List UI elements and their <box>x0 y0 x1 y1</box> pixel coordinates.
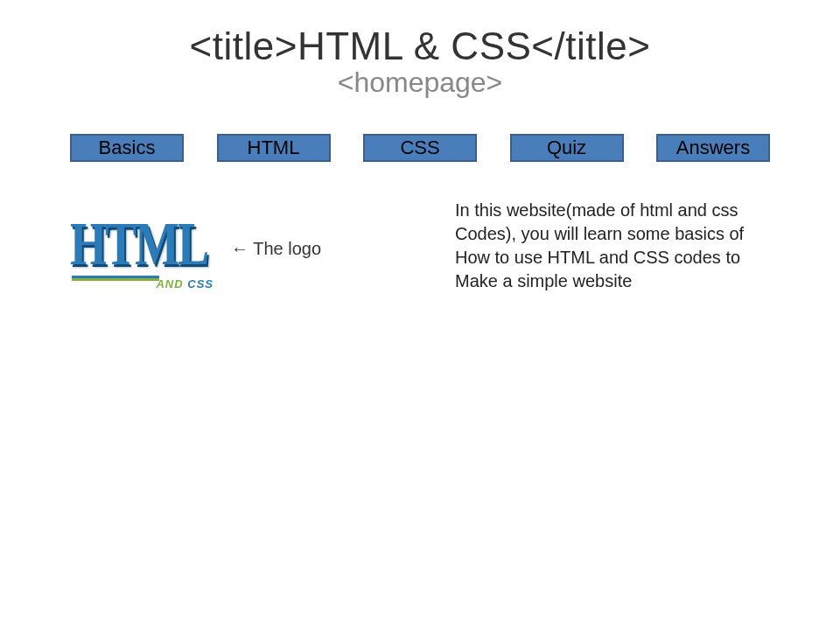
header: <title>HTML & CSS</title> <homepage> <box>0 0 840 99</box>
logo-area: HTML AND CSS ← The logo <box>70 204 321 293</box>
logo-text-and: AND <box>156 277 187 290</box>
description-text: In this website(made of html and css Cod… <box>455 199 770 293</box>
logo-text-css-small: CSS <box>187 277 214 290</box>
content-area: HTML AND CSS ← The logo In this website(… <box>0 204 840 293</box>
nav-basics[interactable]: Basics <box>70 134 184 162</box>
nav-html[interactable]: HTML <box>217 134 331 162</box>
page-subtitle: <homepage> <box>0 66 840 99</box>
nav-quiz[interactable]: Quiz <box>510 134 624 162</box>
page-title: <title>HTML & CSS</title> <box>0 24 840 68</box>
nav-answers[interactable]: Answers <box>656 134 770 162</box>
nav-bar: Basics HTML CSS Quiz Answers <box>70 134 770 162</box>
logo-text-andcss: AND CSS <box>156 277 214 290</box>
logo-underline <box>72 276 159 278</box>
nav-css[interactable]: CSS <box>363 134 477 162</box>
logo-text-html: HTML <box>70 209 207 280</box>
logo-image: HTML AND CSS <box>70 212 219 285</box>
logo-caption: ← The logo <box>231 239 321 259</box>
